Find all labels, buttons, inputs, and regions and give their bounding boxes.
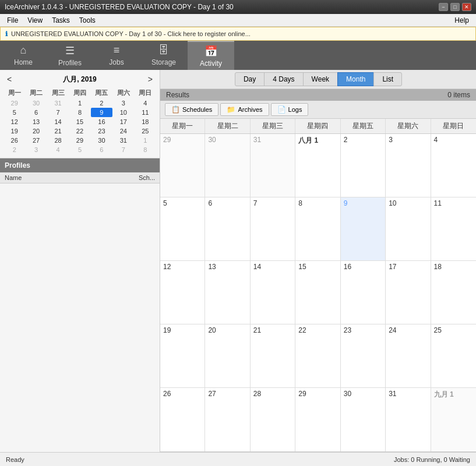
sub-tab-logs[interactable]: 📄 Logs xyxy=(271,103,309,116)
mini-cal-day[interactable]: 7 xyxy=(47,108,69,117)
mini-cal-day[interactable]: 28 xyxy=(47,136,69,145)
calendar-day-cell[interactable]: 5 xyxy=(160,197,205,260)
calendar-day-cell[interactable]: 28 xyxy=(251,388,295,451)
calendar-day-cell[interactable]: 20 xyxy=(205,324,250,387)
calendar-day-cell[interactable]: 12 xyxy=(160,261,205,324)
mini-cal-day[interactable]: 20 xyxy=(25,126,47,136)
mini-cal-day[interactable]: 5 xyxy=(3,108,25,117)
activity-tab-week[interactable]: Week xyxy=(303,72,338,86)
mini-cal-day[interactable]: 16 xyxy=(91,117,112,126)
mini-cal-day[interactable]: 30 xyxy=(91,136,112,145)
mini-cal-day[interactable]: 5 xyxy=(69,145,90,154)
mini-cal-day[interactable]: 6 xyxy=(25,108,47,117)
calendar-day-cell[interactable]: 八月 1 xyxy=(295,134,340,197)
calendar-day-cell[interactable]: 九月 1 xyxy=(431,388,476,451)
mini-cal-day[interactable]: 15 xyxy=(69,117,90,126)
calendar-day-cell[interactable]: 7 xyxy=(251,197,295,260)
mini-cal-day[interactable]: 2 xyxy=(3,145,25,154)
menu-tasks[interactable]: Tasks xyxy=(47,15,75,26)
mini-cal-day[interactable]: 8 xyxy=(69,108,90,117)
mini-cal-day[interactable]: 3 xyxy=(112,98,134,108)
calendar-day-cell[interactable]: 31 xyxy=(251,134,295,197)
mini-cal-day[interactable]: 26 xyxy=(3,136,25,145)
calendar-day-cell[interactable]: 17 xyxy=(386,261,431,324)
sub-tab-schedules[interactable]: 📋 Schedules xyxy=(165,103,218,116)
calendar-day-cell[interactable]: 30 xyxy=(341,388,386,451)
mini-cal-day[interactable]: 2 xyxy=(91,98,112,108)
calendar-day-cell[interactable]: 9 xyxy=(341,197,386,260)
calendar-day-cell[interactable]: 30 xyxy=(205,134,250,197)
calendar-day-cell[interactable]: 11 xyxy=(431,197,476,260)
calendar-day-cell[interactable]: 13 xyxy=(205,261,250,324)
menu-view[interactable]: View xyxy=(23,15,47,26)
mini-cal-day[interactable]: 13 xyxy=(25,117,47,126)
mini-cal-day[interactable]: 12 xyxy=(3,117,25,126)
nav-profiles[interactable]: ☰ Profiles xyxy=(47,41,93,70)
mini-cal-day[interactable]: 22 xyxy=(69,126,90,136)
mini-cal-day[interactable]: 19 xyxy=(3,126,25,136)
mini-cal-day[interactable]: 3 xyxy=(25,145,47,154)
nav-activity[interactable]: 📅 Activity xyxy=(188,41,234,70)
calendar-day-cell[interactable]: 29 xyxy=(295,388,340,451)
calendar-day-cell[interactable]: 25 xyxy=(431,324,476,387)
activity-tab-day[interactable]: Day xyxy=(235,72,265,86)
calendar-day-cell[interactable]: 3 xyxy=(386,134,431,197)
mini-cal-day[interactable]: 24 xyxy=(112,126,134,136)
mini-cal-day[interactable]: 31 xyxy=(112,136,134,145)
mini-cal-day[interactable]: 25 xyxy=(135,126,156,136)
activity-tab-list[interactable]: List xyxy=(373,72,402,86)
calendar-day-cell[interactable]: 22 xyxy=(295,324,340,387)
mini-cal-day[interactable]: 27 xyxy=(25,136,47,145)
info-bar[interactable]: ℹ UNREGISTERED EVALUATION COPY - Day 1 o… xyxy=(0,27,476,41)
mini-cal-day[interactable]: 10 xyxy=(112,108,134,117)
mini-cal-day[interactable]: 23 xyxy=(91,126,112,136)
nav-jobs[interactable]: ≡ Jobs xyxy=(93,41,140,70)
calendar-day-cell[interactable]: 29 xyxy=(160,134,205,197)
calendar-day-cell[interactable]: 18 xyxy=(431,261,476,324)
calendar-day-cell[interactable]: 21 xyxy=(251,324,295,387)
calendar-day-cell[interactable]: 6 xyxy=(205,197,250,260)
mini-cal-day[interactable]: 7 xyxy=(112,145,134,154)
mini-cal-day[interactable]: 8 xyxy=(135,145,156,154)
mini-cal-day[interactable]: 29 xyxy=(69,136,90,145)
mini-cal-day[interactable]: 4 xyxy=(47,145,69,154)
calendar-day-cell[interactable]: 27 xyxy=(205,388,250,451)
cal-next-button[interactable]: > xyxy=(144,73,156,85)
calendar-day-cell[interactable]: 2 xyxy=(341,134,386,197)
mini-cal-day[interactable]: 17 xyxy=(112,117,134,126)
calendar-day-cell[interactable]: 4 xyxy=(431,134,476,197)
calendar-day-cell[interactable]: 19 xyxy=(160,324,205,387)
mini-cal-day[interactable]: 9 xyxy=(91,108,112,117)
nav-home[interactable]: ⌂ Home xyxy=(0,41,47,70)
mini-cal-day[interactable]: 1 xyxy=(135,136,156,145)
mini-cal-day[interactable]: 11 xyxy=(135,108,156,117)
activity-tab-month[interactable]: Month xyxy=(337,72,374,86)
mini-cal-day[interactable]: 21 xyxy=(47,126,69,136)
mini-cal-day[interactable]: 14 xyxy=(47,117,69,126)
mini-cal-day[interactable]: 29 xyxy=(3,98,25,108)
calendar-day-cell[interactable]: 26 xyxy=(160,388,205,451)
calendar-day-cell[interactable]: 16 xyxy=(341,261,386,324)
calendar-day-cell[interactable]: 10 xyxy=(386,197,431,260)
calendar-day-cell[interactable]: 8 xyxy=(295,197,340,260)
mini-cal-day[interactable]: 6 xyxy=(91,145,112,154)
calendar-day-cell[interactable]: 23 xyxy=(341,324,386,387)
cal-prev-button[interactable]: < xyxy=(3,73,15,85)
sub-tab-archives[interactable]: 📁 Archives xyxy=(220,103,269,116)
close-button[interactable]: ✕ xyxy=(462,3,471,11)
calendar-day-cell[interactable]: 31 xyxy=(386,388,431,451)
calendar-day-cell[interactable]: 14 xyxy=(251,261,295,324)
mini-cal-day[interactable]: 30 xyxy=(25,98,47,108)
help-button[interactable]: Help xyxy=(450,15,474,26)
menu-tools[interactable]: Tools xyxy=(75,15,100,26)
mini-cal-day[interactable]: 1 xyxy=(69,98,90,108)
minimize-button[interactable]: − xyxy=(439,3,448,11)
calendar-day-cell[interactable]: 15 xyxy=(295,261,340,324)
mini-cal-day[interactable]: 31 xyxy=(47,98,69,108)
activity-tab-4days[interactable]: 4 Days xyxy=(264,72,303,86)
calendar-day-cell[interactable]: 24 xyxy=(386,324,431,387)
maximize-button[interactable]: □ xyxy=(450,3,460,11)
menu-file[interactable]: File xyxy=(2,15,23,26)
mini-cal-day[interactable]: 18 xyxy=(135,117,156,126)
nav-storage[interactable]: 🗄 Storage xyxy=(140,41,188,70)
